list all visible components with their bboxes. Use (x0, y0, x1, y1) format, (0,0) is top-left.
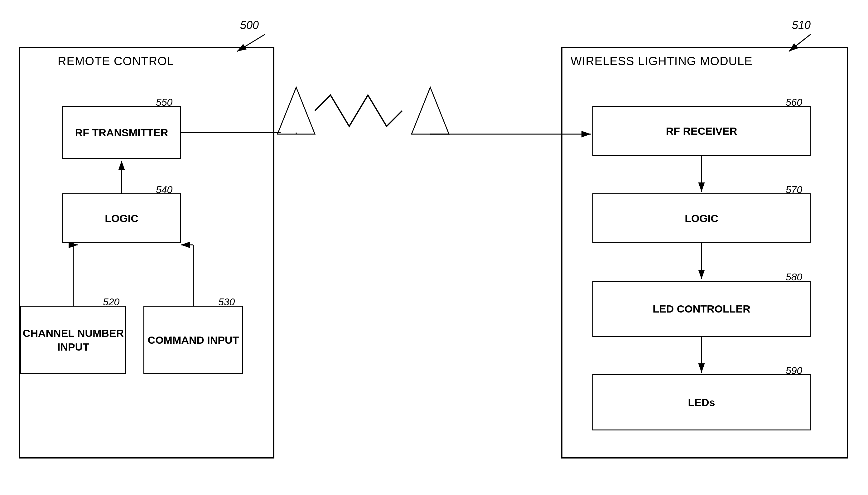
ref-590: 590 (786, 365, 802, 376)
command-input-box: COMMAND INPUT (143, 306, 243, 374)
rf-transmitter-box: RF TRANSMITTER (63, 106, 181, 159)
ref-500: 500 (240, 19, 259, 32)
channel-number-input-box: CHANNEL NUMBER INPUT (20, 306, 126, 374)
svg-marker-7 (411, 87, 449, 134)
ref-520: 520 (103, 296, 119, 308)
diagram-container: 500 510 REMOTE CONTROL WIRELESS LIGHTING… (0, 0, 868, 495)
channel-number-input-label: CHANNEL NUMBER INPUT (21, 326, 125, 354)
svg-marker-5 (278, 87, 315, 134)
ref-530: 530 (218, 296, 235, 308)
leds-label: LEDs (688, 395, 715, 409)
ref-570: 570 (786, 184, 802, 195)
ref-540: 540 (156, 184, 173, 195)
rc-logic-label: LOGIC (105, 211, 138, 225)
led-controller-box: LED CONTROLLER (592, 281, 811, 337)
command-input-label: COMMAND INPUT (148, 333, 239, 347)
wireless-lighting-module-label: WIRELESS LIGHTING MODULE (570, 55, 752, 68)
rf-receiver-box: RF RECEIVER (592, 106, 811, 156)
wlm-logic-label: LOGIC (685, 211, 718, 225)
wlm-logic-box: LOGIC (592, 193, 811, 243)
ref-550: 550 (156, 97, 173, 108)
remote-control-label: REMOTE CONTROL (58, 55, 174, 68)
ref-510: 510 (792, 19, 811, 32)
leds-box: LEDs (592, 374, 811, 430)
rc-logic-box: LOGIC (63, 193, 181, 243)
rf-transmitter-label: RF TRANSMITTER (75, 126, 168, 139)
ref-580: 580 (786, 271, 802, 283)
led-controller-label: LED CONTROLLER (653, 302, 750, 315)
ref-560: 560 (786, 97, 802, 108)
rf-receiver-label: RF RECEIVER (666, 124, 737, 138)
